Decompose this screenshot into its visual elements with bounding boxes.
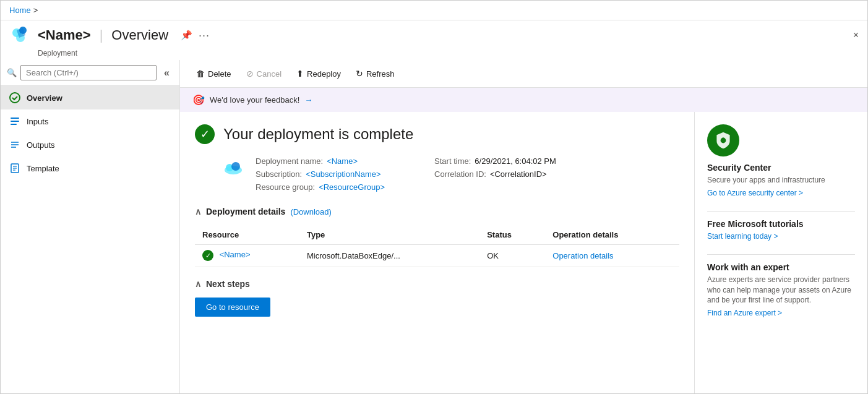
security-shield-icon xyxy=(707,124,739,156)
info-col-left: Deployment name: <Name> Subscription: <S… xyxy=(256,156,385,192)
complete-check-icon: ✓ xyxy=(195,124,215,144)
expert-desc: Azure experts are service provider partn… xyxy=(707,275,855,306)
security-center-desc: Secure your apps and infrastructure xyxy=(707,175,855,186)
pin-icon[interactable]: 📌 xyxy=(181,30,192,41)
redeploy-button[interactable]: ⬆ Redeploy xyxy=(290,65,347,82)
info-name-row: Deployment name: <Name> xyxy=(256,156,385,166)
svg-rect-7 xyxy=(11,124,17,125)
sidebar-navigation: Overview Inputs Outputs xyxy=(1,86,179,180)
outputs-icon xyxy=(9,139,20,150)
operation-cell[interactable]: Operation details xyxy=(545,245,679,267)
info-resource-group-row: Resource group: <ResourceGroup> xyxy=(256,182,385,192)
deployment-section: ✓ Your deployment is complete xyxy=(180,112,694,393)
template-icon xyxy=(9,163,20,174)
table-header-row: Resource Type Status Operation details xyxy=(195,225,679,245)
info-subscription-row: Subscription: <SubscriptionName> xyxy=(256,169,385,179)
security-center-title: Security Center xyxy=(707,163,855,173)
refresh-icon: ↻ xyxy=(356,69,363,79)
details-collapse-arrow[interactable]: ∧ xyxy=(195,207,201,216)
tutorials-link[interactable]: Start learning today > xyxy=(707,232,778,241)
details-header: ∧ Deployment details (Download) xyxy=(195,207,679,216)
cancel-button[interactable]: ⊘ Cancel xyxy=(240,65,288,82)
cancel-icon: ⊘ xyxy=(246,69,254,79)
deployment-details-section: ∧ Deployment details (Download) Resource… xyxy=(195,207,679,267)
deployment-name-value[interactable]: <Name> xyxy=(327,156,358,166)
svg-rect-19 xyxy=(722,138,724,140)
info-start-time-row: Start time: 6/29/2021, 6:04:02 PM xyxy=(434,156,556,166)
sidebar: 🔍 « Overview Inputs xyxy=(1,60,180,393)
right-panel: Security Center Secure your apps and inf… xyxy=(694,112,867,393)
resource-name[interactable]: <Name> xyxy=(220,250,251,259)
search-input[interactable] xyxy=(20,65,157,80)
panel-divider-1 xyxy=(707,211,855,212)
sidebar-item-template-label: Template xyxy=(27,164,59,173)
svg-rect-6 xyxy=(11,121,19,122)
page-name-tag: <Name> xyxy=(38,27,91,43)
redeploy-icon: ⬆ xyxy=(296,69,304,79)
download-link[interactable]: (Download) xyxy=(290,207,331,216)
delete-button[interactable]: 🗑 Delete xyxy=(190,65,238,82)
expert-section: Work with an expert Azure experts are se… xyxy=(707,262,855,317)
go-to-resource-button[interactable]: Go to resource xyxy=(195,298,270,317)
collapse-button[interactable]: « xyxy=(160,66,173,80)
tutorials-title: Free Microsoft tutorials xyxy=(707,219,855,229)
feedback-icon: 🎯 xyxy=(192,94,205,106)
more-icon[interactable]: ··· xyxy=(199,29,210,42)
type-cell: Microsoft.DataBoxEdge/... xyxy=(299,245,479,267)
title-row: <Name> | Overview 📌 ··· × xyxy=(1,20,867,49)
sidebar-item-overview[interactable]: Overview xyxy=(1,86,179,109)
overview-icon xyxy=(9,92,20,103)
sidebar-item-inputs-label: Inputs xyxy=(27,117,48,126)
expert-link[interactable]: Find an Azure expert > xyxy=(707,309,782,317)
correlation-value: <CorrelationID> xyxy=(490,169,547,179)
security-center-section: Security Center Secure your apps and inf… xyxy=(707,124,855,197)
page-section: Overview xyxy=(111,27,168,43)
refresh-button[interactable]: ↻ Refresh xyxy=(350,65,401,82)
table-row: ✓ <Name> Microsoft.DataBoxEdge/... OK Op… xyxy=(195,245,679,267)
expert-title: Work with an expert xyxy=(707,262,855,272)
start-time-value: 6/29/2021, 6:04:02 PM xyxy=(475,156,556,166)
status-cell: OK xyxy=(479,245,545,267)
breadcrumb-separator: > xyxy=(33,6,38,15)
sidebar-item-outputs[interactable]: Outputs xyxy=(1,133,179,156)
info-col-right: Start time: 6/29/2021, 6:04:02 PM Correl… xyxy=(434,156,556,192)
resource-group-value[interactable]: <ResourceGroup> xyxy=(319,182,385,192)
page-subtitle-label: Deployment xyxy=(1,49,867,58)
svg-point-17 xyxy=(231,162,240,171)
security-center-link[interactable]: Go to Azure security center > xyxy=(707,189,803,197)
info-correlation-row: Correlation ID: <CorrelationID> xyxy=(434,169,556,179)
feedback-bar[interactable]: 🎯 We'd love your feedback! → xyxy=(180,88,867,112)
subscription-value[interactable]: <SubscriptionName> xyxy=(306,169,380,179)
deployment-details-table: Resource Type Status Operation details ✓ xyxy=(195,225,679,267)
panel-divider-2 xyxy=(707,254,855,255)
sidebar-item-inputs[interactable]: Inputs xyxy=(1,109,179,133)
main-content: ✓ Your deployment is complete xyxy=(180,112,867,393)
col-resource: Resource xyxy=(195,225,299,245)
details-title: Deployment details xyxy=(206,207,285,216)
col-type: Type xyxy=(299,225,479,245)
next-steps-header: ∧ Next steps xyxy=(195,279,679,289)
delete-icon: 🗑 xyxy=(196,69,205,79)
col-status: Status xyxy=(479,225,545,245)
tutorials-section: Free Microsoft tutorials Start learning … xyxy=(707,219,855,241)
col-operation: Operation details xyxy=(545,225,679,245)
resource-cell: ✓ <Name> xyxy=(195,245,299,267)
deployment-complete-title: Your deployment is complete xyxy=(223,126,413,143)
content-area: 🗑 Delete ⊘ Cancel ⬆ Redeploy ↻ Refresh xyxy=(180,60,867,393)
sidebar-item-outputs-label: Outputs xyxy=(27,140,55,150)
next-steps-title: Next steps xyxy=(206,279,250,289)
search-bar: 🔍 « xyxy=(1,60,179,86)
cloud-icon xyxy=(223,158,243,177)
toolbar: 🗑 Delete ⊘ Cancel ⬆ Redeploy ↻ Refresh xyxy=(180,60,867,88)
azure-logo xyxy=(9,24,32,46)
sidebar-item-template[interactable]: Template xyxy=(1,156,179,180)
row-check-icon: ✓ xyxy=(202,250,213,261)
next-steps-section: ∧ Next steps Go to resource xyxy=(195,279,679,317)
breadcrumb: Home > xyxy=(1,1,867,20)
page-divider: | xyxy=(100,27,103,43)
next-steps-collapse-arrow[interactable]: ∧ xyxy=(195,279,201,289)
inputs-icon xyxy=(9,116,20,127)
close-icon[interactable]: × xyxy=(853,30,859,41)
breadcrumb-home[interactable]: Home xyxy=(9,6,31,15)
feedback-text: We'd love your feedback! xyxy=(210,95,299,105)
